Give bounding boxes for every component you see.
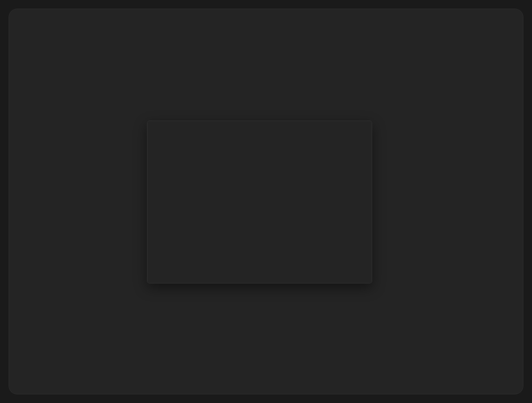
chart-tooltip	[147, 121, 372, 283]
ram-metrics-card	[9, 9, 523, 394]
page-background	[0, 0, 532, 403]
ram-usage-chart[interactable]	[55, 120, 506, 342]
